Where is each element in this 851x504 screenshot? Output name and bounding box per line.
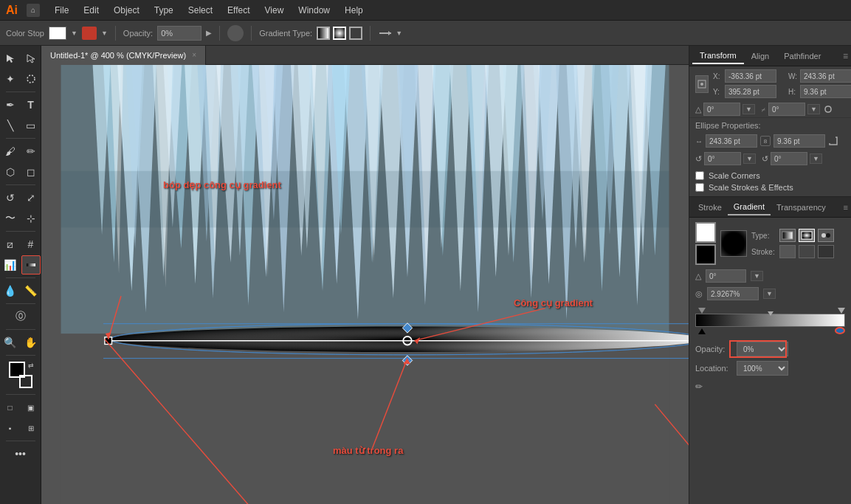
aspect-dropdown[interactable]: ▼ — [763, 289, 776, 299]
opacity-dropdown[interactable]: 0% 25% 50% 75% 100% — [737, 342, 788, 356]
blend-tool[interactable]: ⓪ — [11, 307, 30, 326]
home-button[interactable]: ⌂ — [27, 4, 40, 17]
more-tools[interactable]: ⊞ — [21, 418, 41, 438]
stroke-color[interactable] — [19, 375, 32, 388]
swap-colors-icon[interactable]: ⇄ — [28, 362, 34, 369]
more-options[interactable]: ••• — [11, 444, 30, 463]
chain-proportional[interactable]: 8 — [760, 136, 771, 146]
link-icon[interactable] — [822, 103, 834, 115]
tab-transparency-panel[interactable]: Transparency — [771, 200, 832, 215]
gradient-panel-menu[interactable]: ≡ — [844, 203, 848, 212]
aspect-input[interactable] — [707, 287, 759, 300]
paintbrush-tool[interactable]: 🖌 — [1, 142, 20, 161]
type-radial-btn[interactable] — [799, 229, 815, 242]
stroke-type-btn2[interactable] — [799, 245, 815, 258]
gradient-bar[interactable] — [695, 314, 845, 327]
eraser-tool[interactable]: ◻ — [21, 162, 41, 182]
ellipse-h-input[interactable] — [774, 134, 825, 148]
stroke-type-btn3[interactable] — [818, 245, 834, 258]
direct-selection-tool[interactable] — [21, 49, 41, 68]
menu-edit[interactable]: Edit — [77, 4, 105, 17]
menu-window[interactable]: Window — [292, 4, 336, 17]
screen-mode-normal[interactable]: □ — [1, 398, 20, 417]
gradient-linear-btn[interactable] — [317, 27, 330, 40]
color-swatch-arrow[interactable]: ▼ — [71, 30, 77, 37]
type-linear-btn[interactable] — [779, 229, 796, 242]
gradient-main-preview[interactable] — [720, 230, 747, 257]
tab-stroke-panel[interactable]: Stroke — [692, 200, 728, 215]
angle-input[interactable] — [706, 269, 746, 283]
zoom-tool[interactable]: 🔍 — [1, 333, 20, 352]
lasso-tool[interactable] — [21, 69, 41, 89]
screen-mode-full[interactable]: ▣ — [21, 398, 41, 417]
document-tab[interactable]: Untitled-1* @ 400 % (CMYK/Preview) × — [41, 46, 206, 65]
tab-pathfinder[interactable]: Pathfinder — [776, 49, 828, 63]
screen-mode-art[interactable]: ▪ — [1, 418, 20, 438]
menu-type[interactable]: Type — [148, 4, 179, 17]
location-dropdown[interactable]: 100% 75% 50% 25% 0% — [737, 361, 788, 376]
magic-wand-tool[interactable]: ✦ — [1, 69, 20, 89]
angle-dropdown[interactable]: ▼ — [751, 271, 763, 281]
shape-tool[interactable]: ▭ — [21, 116, 41, 135]
color-swatch[interactable] — [49, 27, 66, 40]
h-input[interactable] — [800, 85, 851, 98]
pencil-icon[interactable]: ✏ — [695, 382, 703, 392]
pen-tool[interactable]: ✒ — [1, 95, 20, 114]
line-tool[interactable]: ╲ — [1, 116, 20, 135]
e-angle1-dropdown[interactable]: ▼ — [743, 153, 756, 164]
chart-tool[interactable]: 📊 — [1, 255, 20, 275]
angle2-dropdown[interactable]: ▼ — [807, 104, 820, 114]
y-input[interactable] — [725, 85, 776, 98]
gradient-midpoint[interactable] — [768, 311, 774, 316]
blob-brush-tool[interactable]: ⬡ — [1, 162, 20, 182]
menu-object[interactable]: Object — [108, 4, 145, 17]
gradient-tool-svg[interactable] — [378, 26, 393, 41]
menu-help[interactable]: Help — [339, 4, 369, 17]
angle1-dropdown[interactable]: ▼ — [743, 104, 755, 114]
angle2-input[interactable] — [768, 103, 805, 116]
menu-view[interactable]: View — [259, 4, 290, 17]
scale-tool[interactable]: ⤢ — [21, 188, 41, 207]
white-stop-preview[interactable] — [695, 222, 716, 243]
w-input[interactable] — [800, 69, 851, 83]
tab-close-btn[interactable]: × — [192, 51, 196, 59]
tab-transform[interactable]: Transform — [692, 48, 744, 64]
x-input[interactable] — [725, 69, 776, 83]
e-angle2-dropdown[interactable]: ▼ — [810, 153, 822, 164]
rotate-tool[interactable]: ↺ — [1, 188, 20, 207]
menu-select[interactable]: Select — [182, 4, 218, 17]
gradient-tool-btn[interactable] — [21, 255, 41, 275]
scale-strokes-checkbox[interactable] — [695, 183, 704, 192]
hand-tool[interactable]: ✋ — [21, 333, 41, 352]
opacity-input[interactable] — [157, 26, 201, 41]
menu-effect[interactable]: Effect — [221, 4, 255, 17]
mesh-tool[interactable]: # — [21, 235, 41, 254]
measure-tool[interactable]: 📏 — [21, 281, 41, 300]
ellipse-angle2-input[interactable] — [771, 152, 807, 165]
eyedropper-tool[interactable]: 💧 — [1, 281, 20, 300]
gradient-freeform-btn[interactable] — [349, 27, 362, 40]
type-freeform-btn[interactable] — [818, 229, 834, 242]
gradient-tool-dropdown[interactable]: ▼ — [396, 30, 402, 37]
stroke-type-btn1[interactable] — [779, 245, 796, 258]
warp-tool[interactable]: 〜 — [1, 209, 20, 228]
stop-marker-top-right[interactable] — [838, 308, 845, 314]
selection-tool[interactable] — [1, 49, 20, 68]
resize-icon[interactable] — [828, 136, 838, 146]
ellipse-w-input[interactable] — [706, 134, 757, 148]
scale-corners-checkbox[interactable] — [695, 171, 704, 180]
tab-gradient-panel[interactable]: Gradient — [728, 199, 771, 215]
free-transform-tool[interactable]: ⊹ — [21, 209, 41, 228]
opacity-arrow[interactable]: ▶ — [206, 29, 212, 37]
stop-marker-bottom-right[interactable] — [835, 327, 845, 334]
panel-collapse[interactable]: ≡ — [843, 51, 848, 61]
black-stop-preview[interactable] — [695, 244, 716, 265]
ellipse-angle1-input[interactable] — [704, 152, 741, 165]
menu-file[interactable]: File — [49, 4, 75, 17]
transform-reference-point[interactable] — [695, 75, 709, 93]
stop-marker-top-left[interactable] — [698, 308, 706, 314]
gradient-tool-icon[interactable] — [82, 27, 97, 40]
perspective-grid-tool[interactable]: ⧄ — [1, 235, 20, 254]
type-tool[interactable]: T — [21, 95, 41, 114]
gradient-radial-btn[interactable] — [333, 27, 346, 40]
